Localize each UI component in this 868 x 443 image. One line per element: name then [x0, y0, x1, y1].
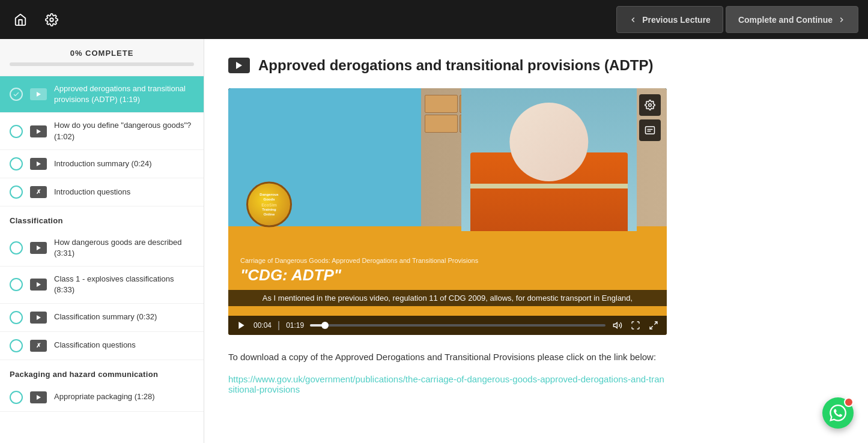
play-button[interactable]: [235, 319, 247, 331]
svg-marker-5: [238, 322, 244, 329]
lecture-title: Approved derogations and transitional pr…: [258, 57, 653, 74]
complete-continue-button[interactable]: Complete and Continue: [726, 6, 858, 33]
sidebar: 0% COMPLETE Approved derogations and tra…: [0, 39, 204, 443]
video-player[interactable]: Carriage of Dangerous Goods: Approved De…: [228, 88, 667, 335]
video-controls-bar: 00:04 | 01:19: [228, 316, 667, 335]
check-circle-class-q: [10, 339, 23, 352]
main-layout: 0% COMPLETE Approved derogations and tra…: [0, 39, 868, 443]
subtitle-band: As I mentioned in the previous video, re…: [228, 290, 667, 306]
content-description: To download a copy of the Approved Derog…: [228, 349, 667, 365]
sidebar-item-label-class1: Class 1 - explosives classifications (8:…: [54, 274, 194, 295]
sidebar-item-packaging[interactable]: Appropriate packaging (1:28): [0, 384, 204, 412]
sidebar-item-label-how: How dangerous goods are described (3:31): [54, 237, 194, 259]
lecture-title-icon: [228, 58, 250, 73]
video-overlay-controls: [639, 94, 661, 141]
video-icon-dangerous: [30, 125, 47, 137]
sidebar-item-class-questions[interactable]: ✗ Classification questions: [0, 332, 204, 360]
check-circle-class1: [10, 278, 23, 291]
lecture-title-row: Approved derogations and transitional pr…: [228, 57, 844, 74]
check-circle-intro-q: [10, 185, 23, 199]
quiz-icon-class: ✗: [30, 340, 47, 352]
sidebar-item-label-class-sum: Classification summary (0:32): [54, 312, 194, 322]
sidebar-item-class-summary[interactable]: Classification summary (0:32): [0, 304, 204, 332]
quiz-icon-intro: ✗: [30, 186, 47, 198]
check-circle-class-sum: [10, 311, 23, 324]
video-icon-packaging: [30, 391, 47, 403]
check-circle-intro: [10, 157, 23, 170]
complete-btn-label: Complete and Continue: [738, 15, 833, 25]
fullscreen-button[interactable]: [630, 319, 642, 331]
video-icon-how: [30, 242, 47, 254]
progress-percent: 0%: [70, 49, 83, 58]
svg-rect-2: [646, 127, 655, 134]
svg-point-1: [649, 104, 652, 107]
video-icon-class-sum: [30, 312, 47, 324]
progress-suffix: COMPLETE: [85, 49, 133, 58]
course-logo: Dangerous Goods EcoSim Training Online: [246, 182, 292, 228]
prev-btn-label: Previous Lecture: [642, 15, 711, 25]
previous-lecture-button[interactable]: Previous Lecture: [616, 6, 723, 33]
sidebar-item-label-adtp: Approved derogations and transitional pr…: [54, 83, 194, 105]
video-subtitle: Carriage of Dangerous Goods: Approved De…: [240, 257, 655, 264]
current-time: 00:04: [253, 321, 272, 330]
check-circle-how: [10, 241, 23, 255]
sidebar-item-label-class-q: Classification questions: [54, 340, 194, 351]
settings-button[interactable]: [41, 9, 62, 31]
progress-container: 0% COMPLETE: [0, 39, 204, 76]
section-header-classification: Classification: [0, 206, 204, 230]
check-circle-dangerous: [10, 125, 23, 138]
sidebar-item-intro-summary[interactable]: Introduction summary (0:24): [0, 150, 204, 178]
check-circle-packaging: [10, 391, 23, 404]
adtp-download-link[interactable]: https://www.gov.uk/government/publicatio…: [228, 374, 667, 394]
sidebar-item-label-intro: Introduction summary (0:24): [54, 158, 194, 169]
svg-line-8: [650, 326, 653, 329]
video-cdg-title: "CDG: ADTP": [240, 266, 655, 285]
sidebar-item-how-described[interactable]: How dangerous goods are described (3:31): [0, 230, 204, 267]
sidebar-item-label-intro-q: Introduction questions: [54, 187, 194, 197]
svg-point-0: [50, 18, 53, 22]
video-settings-btn[interactable]: [639, 94, 661, 116]
whatsapp-fab[interactable]: [822, 397, 854, 429]
video-icon-class1: [30, 279, 47, 291]
video-icon-intro: [30, 158, 47, 170]
home-button[interactable]: [10, 9, 31, 31]
svg-line-7: [654, 322, 657, 325]
nav-right: Previous Lecture Complete and Continue: [616, 6, 858, 33]
expand-button[interactable]: [648, 319, 660, 331]
content-area: Approved derogations and transitional pr…: [204, 39, 868, 443]
top-navigation: Previous Lecture Complete and Continue: [0, 0, 868, 39]
duration: 01:19: [286, 321, 304, 330]
section-header-packaging: Packaging and hazard communication: [0, 360, 204, 384]
progress-track: [10, 62, 194, 66]
sidebar-item-adtp[interactable]: Approved derogations and transitional pr…: [0, 76, 204, 113]
sidebar-item-intro-questions[interactable]: ✗ Introduction questions: [0, 178, 204, 206]
svg-marker-6: [613, 322, 617, 328]
video-icon-adtp: [30, 88, 47, 100]
video-progress-track[interactable]: [310, 324, 605, 327]
nav-left: [10, 9, 62, 31]
sidebar-item-class1[interactable]: Class 1 - explosives classifications (8:…: [0, 267, 204, 303]
sidebar-item-dangerous-goods[interactable]: How do you define "dangerous goods"? (1:…: [0, 113, 204, 149]
video-progress-dot: [321, 322, 329, 329]
sidebar-item-label-packaging: Appropriate packaging (1:28): [54, 391, 194, 402]
progress-label: 0% COMPLETE: [10, 49, 194, 58]
check-circle-adtp: [10, 88, 23, 101]
sidebar-item-label-dangerous: How do you define "dangerous goods"? (1:…: [54, 120, 194, 142]
mute-button[interactable]: [612, 319, 624, 331]
subtitles-btn[interactable]: [639, 119, 661, 141]
